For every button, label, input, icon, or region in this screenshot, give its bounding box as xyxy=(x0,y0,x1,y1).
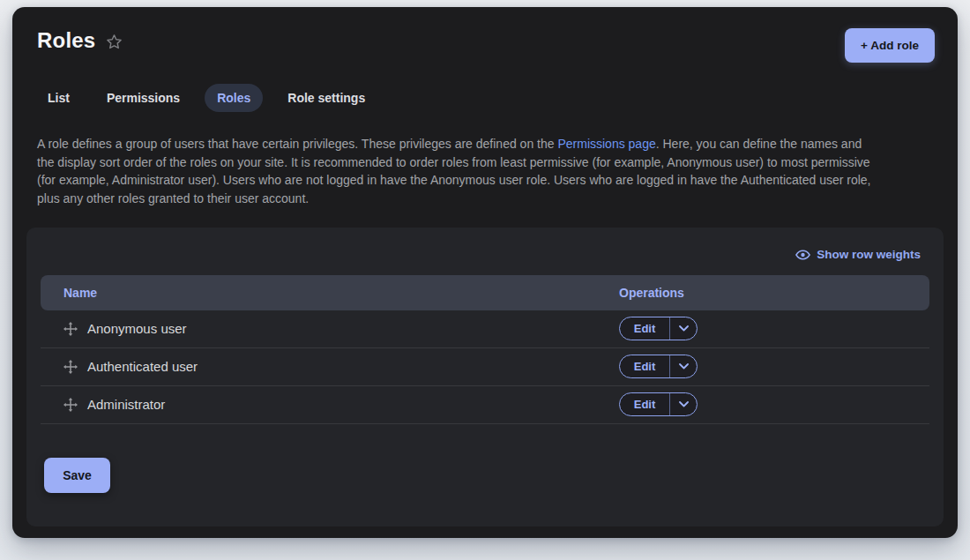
edit-split-button: Edit xyxy=(619,317,698,340)
save-button[interactable]: Save xyxy=(44,458,110,493)
table-row: Authenticated user Edit xyxy=(41,348,929,386)
role-name: Anonymous user xyxy=(87,321,187,336)
show-row-weights-link[interactable]: Show row weights xyxy=(795,248,921,261)
tabs: List Permissions Roles Role settings xyxy=(35,84,935,112)
role-name: Administrator xyxy=(87,397,165,412)
permissions-page-link[interactable]: Permissions page xyxy=(557,137,655,151)
role-name: Authenticated user xyxy=(87,359,198,374)
drag-handle-icon[interactable] xyxy=(63,360,78,374)
edit-button[interactable]: Edit xyxy=(620,317,670,340)
page-header: Roles + Add role xyxy=(12,7,958,63)
edit-split-button: Edit xyxy=(619,392,698,416)
edit-split-button: Edit xyxy=(619,355,698,378)
column-header-operations: Operations xyxy=(619,286,929,300)
chevron-down-icon[interactable] xyxy=(670,317,697,340)
tab-role-settings[interactable]: Role settings xyxy=(275,84,377,112)
page-title: Roles xyxy=(37,28,95,53)
chevron-down-icon[interactable] xyxy=(670,393,697,415)
edit-button[interactable]: Edit xyxy=(620,355,670,377)
chevron-down-icon[interactable] xyxy=(670,355,697,377)
roles-table: Name Operations Anonymous user Edit xyxy=(41,275,929,424)
tab-permissions[interactable]: Permissions xyxy=(94,84,192,112)
edit-button[interactable]: Edit xyxy=(620,393,670,415)
add-role-button[interactable]: + Add role xyxy=(845,28,935,63)
drag-handle-icon[interactable] xyxy=(63,322,78,336)
drag-handle-icon[interactable] xyxy=(63,398,78,412)
page-description: A role defines a group of users that hav… xyxy=(37,135,877,208)
column-header-name: Name xyxy=(41,286,619,300)
show-row-weights-label: Show row weights xyxy=(817,248,921,261)
table-row: Administrator Edit xyxy=(41,386,929,424)
app-window: Roles + Add role List Permissions Roles … xyxy=(12,7,958,538)
tab-list[interactable]: List xyxy=(35,84,82,112)
table-header: Name Operations xyxy=(41,275,929,310)
card-toolbar: Show row weights xyxy=(41,245,929,265)
eye-icon xyxy=(795,250,810,260)
table-row: Anonymous user Edit xyxy=(41,310,929,348)
roles-card: Show row weights Name Operations Anonymo… xyxy=(26,228,944,526)
tab-roles[interactable]: Roles xyxy=(205,84,263,112)
star-icon[interactable] xyxy=(106,34,123,50)
description-text-1: A role defines a group of users that hav… xyxy=(37,137,557,151)
